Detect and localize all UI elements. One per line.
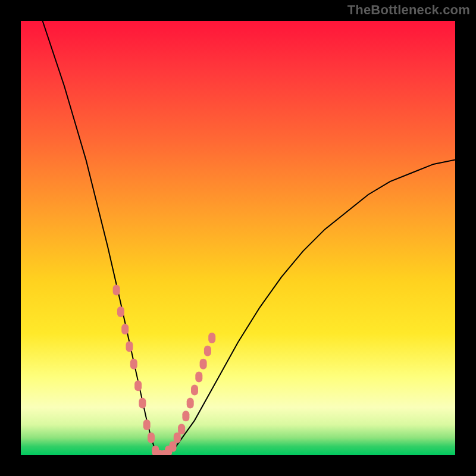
highlight-marker	[170, 441, 177, 452]
highlight-marker	[121, 324, 129, 334]
highlight-marker	[187, 397, 194, 408]
highlight-marker	[178, 424, 185, 434]
highlight-marker	[134, 380, 142, 391]
highlight-marker	[174, 433, 181, 443]
highlight-marker	[182, 411, 189, 421]
highlight-marker	[148, 433, 155, 443]
curve-layer	[21, 21, 455, 455]
highlight-marker	[200, 359, 207, 369]
highlight-marker	[204, 346, 211, 356]
highlight-marker	[208, 333, 215, 343]
highlight-marker	[143, 419, 151, 430]
highlight-marker	[191, 385, 198, 396]
highlight-marker	[126, 342, 133, 352]
bottleneck-curve	[43, 21, 456, 455]
watermark-text: TheBottleneck.com	[347, 2, 470, 18]
chart-container: TheBottleneck.com	[0, 0, 476, 476]
highlight-marker	[139, 397, 146, 408]
highlight-marker	[113, 285, 120, 296]
highlight-marker	[130, 359, 137, 369]
highlight-marker	[195, 372, 202, 383]
highlight-marker	[117, 306, 124, 317]
